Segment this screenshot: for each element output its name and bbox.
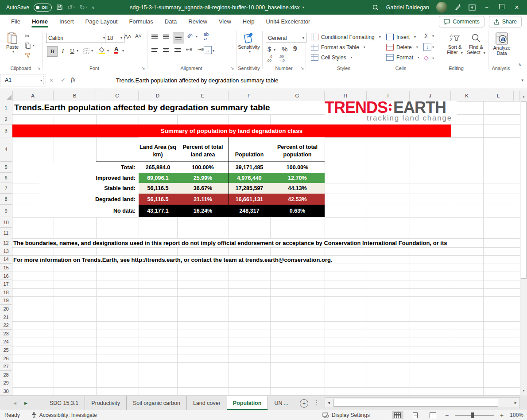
align-top-icon[interactable] <box>151 34 158 41</box>
table-cell-pct_pop[interactable]: 42.53% <box>270 194 325 205</box>
number-format-combo[interactable]: General▾ <box>266 33 306 43</box>
column-header-i[interactable]: I <box>367 91 410 101</box>
search-icon[interactable] <box>372 4 379 11</box>
row-header-14[interactable]: 14 <box>0 256 12 264</box>
format-cells-button[interactable]: Format ▾ <box>386 54 419 61</box>
zoom-slider-thumb[interactable] <box>471 412 474 418</box>
row-header-18[interactable]: 18 <box>0 288 12 297</box>
redo-icon[interactable]: ↻▾ <box>79 4 87 12</box>
user-name[interactable]: Gabriel Daldegan <box>386 4 429 11</box>
accessibility-status[interactable]: Accessibility: Investigate <box>31 412 97 418</box>
table-cell-land_area[interactable]: 56,116.5 <box>139 183 177 194</box>
zoom-level[interactable]: 100% <box>510 412 523 418</box>
document-title[interactable]: sdg-15-3-1-summary_uganda-all-regions-bu… <box>120 0 314 15</box>
menu-tab-review[interactable]: Review <box>182 15 213 28</box>
table-cell-pct_land[interactable]: 36.67% <box>177 183 229 194</box>
zoom-slider[interactable] <box>455 415 494 416</box>
autosave-toggle[interactable]: Off <box>34 4 52 12</box>
column-header-f[interactable]: F <box>229 91 270 101</box>
table-column-header[interactable]: Percent of total population <box>270 137 325 162</box>
borders-icon[interactable] <box>83 48 89 54</box>
table-cell-population[interactable]: 17,285,597 <box>229 183 270 194</box>
column-header-c[interactable]: C <box>96 91 139 101</box>
vertical-scrollbar[interactable]: ▲ ▼ <box>520 91 527 396</box>
table-cell-pct_pop[interactable]: 44.13% <box>270 183 325 194</box>
save-icon[interactable] <box>56 4 63 11</box>
cell-styles-button[interactable]: Cell Styles ▾ <box>311 54 353 61</box>
table-cell-population[interactable]: 16,661,131 <box>229 194 270 205</box>
column-header-g[interactable]: G <box>270 91 325 101</box>
column-header-h[interactable]: H <box>325 91 367 101</box>
menu-tab-home[interactable]: Home <box>26 15 54 28</box>
new-sheet-button[interactable]: + <box>300 399 308 408</box>
cells-area[interactable]: Trends.Earth population affected by degr… <box>0 101 520 396</box>
font-color-caret-icon[interactable]: ▾ <box>122 49 124 53</box>
formula-input[interactable]: Trends.Earth population affected by degr… <box>116 73 278 88</box>
table-column-header[interactable]: Land Area (sq km) <box>139 137 177 162</box>
sheet-tab-un[interactable]: UN... <box>267 396 294 410</box>
fill-color-icon[interactable] <box>98 47 105 54</box>
analyze-data-button[interactable]: Analyze Data <box>491 32 513 56</box>
table-cell-land_area[interactable]: 265,884.0 <box>139 162 177 173</box>
column-header-b[interactable]: B <box>54 91 96 101</box>
row-header-19[interactable]: 19 <box>0 297 12 305</box>
row-header-6[interactable]: 6 <box>0 173 12 183</box>
horizontal-scrollbar[interactable]: ◀ ▶ <box>325 397 520 408</box>
table-row-label[interactable]: Total: <box>39 162 138 173</box>
fill-caret-icon[interactable]: ▾ <box>432 45 434 49</box>
table-cell-land_area[interactable]: 43,177.1 <box>139 205 177 217</box>
format-as-table-button[interactable]: Format as Table ▾ <box>311 44 365 51</box>
borders-caret-icon[interactable]: ▾ <box>91 49 93 53</box>
avatar[interactable] <box>436 2 447 13</box>
note-more-info[interactable]: For more information on Trends.Earth, se… <box>13 256 333 264</box>
table-row[interactable]: 43,177.116.24%248,3170.63% <box>139 205 325 217</box>
row-header-8[interactable]: 8 <box>0 194 12 205</box>
sheet-tab-productivity[interactable]: Productivity <box>85 396 126 410</box>
quick-access-menu-icon[interactable]: ⊽ <box>92 5 95 10</box>
name-box[interactable]: A1 ▾ <box>0 74 46 86</box>
scroll-left-icon[interactable]: ◀ <box>325 398 333 408</box>
share-button[interactable]: Share <box>489 16 522 27</box>
font-dialog-launcher[interactable]: ↘ <box>142 66 145 70</box>
menu-tab-unit4-excelerator[interactable]: Unit4 Excelerator <box>260 15 316 28</box>
row-header-5[interactable]: 5 <box>0 162 12 173</box>
normal-view-button[interactable] <box>392 411 403 419</box>
sheet-tab-soil-organic-carbon[interactable]: Soil organic carbon <box>126 396 186 410</box>
accounting-caret-icon[interactable]: ▾ <box>274 48 275 52</box>
table-cell-population[interactable]: 4,976,440 <box>229 173 270 183</box>
table-cell-pct_pop[interactable]: 100.00% <box>270 162 325 173</box>
row-header-26[interactable]: 26 <box>0 354 12 363</box>
row-header-11[interactable]: 11 <box>0 228 12 238</box>
menu-tab-insert[interactable]: Insert <box>54 15 80 28</box>
enter-icon[interactable]: ✓ <box>61 77 66 83</box>
align-left-icon[interactable] <box>151 47 158 54</box>
minimize-button[interactable]: − <box>483 4 491 11</box>
cut-icon[interactable]: ✂ <box>25 33 30 39</box>
cell-a1-title[interactable]: Trends.Earth population affected by degr… <box>12 101 325 114</box>
table-row-label[interactable]: Degraded land: <box>39 194 138 205</box>
row-header-13[interactable]: 13 <box>0 247 12 256</box>
table-row-label[interactable]: No data: <box>39 205 138 217</box>
font-size-combo[interactable]: 18▾ <box>105 33 124 43</box>
table-cell-population[interactable]: 248,317 <box>229 205 270 217</box>
italic-button[interactable]: I <box>58 46 68 56</box>
row-header-20[interactable]: 20 <box>0 305 12 313</box>
number-dialog-launcher[interactable]: ↘ <box>301 66 304 70</box>
table-cell-pct_land[interactable]: 100.00% <box>177 162 229 173</box>
paste-button[interactable]: Paste ▾ <box>4 32 21 54</box>
comma-style-icon[interactable]: 9 <box>293 44 297 53</box>
decrease-indent-icon[interactable]: ⇤≡ <box>186 47 192 52</box>
table-column-header[interactable]: Population <box>229 137 270 162</box>
merge-center-icon[interactable]: ↔ <box>204 46 212 54</box>
sensitivity-button[interactable]: Sensitivity ▾ <box>231 32 267 54</box>
sheet-tab-sdg-15-3-1[interactable]: SDG 15.3.1 <box>43 396 85 410</box>
font-name-combo[interactable]: Calibri▾ <box>46 33 107 43</box>
row-header-23[interactable]: 23 <box>0 330 12 338</box>
orientation-icon[interactable]: ab <box>186 32 194 39</box>
zoom-in-button[interactable]: + <box>500 412 504 419</box>
decrease-decimal-icon[interactable]: .00→.0 <box>278 55 285 63</box>
align-right-icon[interactable] <box>174 47 181 54</box>
scroll-down-icon[interactable]: ▼ <box>520 386 527 395</box>
underline-button[interactable]: U <box>67 46 77 56</box>
row-header-29[interactable]: 29 <box>0 379 12 388</box>
